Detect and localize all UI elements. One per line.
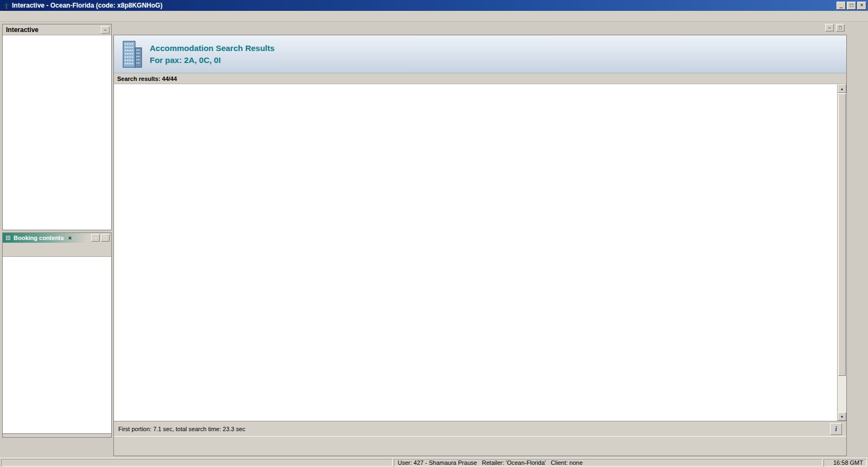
panel-collapse-button[interactable]: −	[101, 26, 110, 34]
results-subtitle: For pax: 2A, 0C, 0I	[150, 54, 841, 66]
results-grid-header	[114, 84, 837, 93]
booking-contents-restore-button[interactable]: □	[101, 234, 110, 242]
results-title: Accommodation Search Results	[150, 42, 841, 54]
scroll-down-icon[interactable]: ▼	[838, 412, 846, 421]
navigation-panel-header: Interactive −	[3, 24, 111, 35]
booking-contents-empty-area	[3, 257, 111, 433]
mdi-area: − □ Accommodation Search Results For pax…	[113, 22, 847, 458]
status-bar: User: 427 - Shamaura Prause Retailer: 'O…	[0, 458, 868, 467]
booking-contents-panel: Booking contents × − □	[2, 232, 112, 438]
results-titles: Accommodation Search Results For pax: 2A…	[150, 42, 841, 66]
mdi-restore-button[interactable]: □	[836, 24, 845, 31]
document-tabs	[113, 23, 825, 35]
mdi-window-buttons: − □	[824, 24, 845, 31]
status-left-section	[1, 459, 393, 466]
results-footer: First portion: 7.1 sec, total search tim…	[114, 421, 846, 436]
booking-contents-icon	[5, 235, 11, 241]
info-button[interactable]: i	[830, 423, 842, 435]
status-clock: 16:58 GMT	[824, 459, 867, 466]
results-count-bar: Search results: 44/44	[114, 73, 846, 84]
navigation-panel-title: Interactive	[6, 26, 100, 34]
document-filler	[114, 448, 846, 456]
scrollbar-track	[838, 376, 846, 412]
mdi-minimize-button[interactable]: −	[825, 24, 834, 31]
results-count-label: Search results: 44/44	[117, 75, 177, 82]
scrollbar-thumb[interactable]	[838, 93, 846, 376]
hotel-building-icon	[119, 40, 144, 69]
navigation-tree	[3, 35, 111, 230]
booking-contents-close-icon[interactable]: ×	[67, 235, 73, 241]
navigation-panel: Interactive −	[2, 24, 112, 230]
results-header: Accommodation Search Results For pax: 2A…	[114, 35, 846, 73]
status-user-section: User: 427 - Shamaura Prause Retailer: 'O…	[394, 459, 822, 466]
vertical-scrollbar[interactable]: ▲ ▼	[837, 84, 846, 421]
close-button[interactable]: ×	[857, 2, 866, 10]
window-title: Interactive - Ocean-Florida (code: x8p8K…	[12, 2, 835, 9]
menu-bar	[0, 11, 868, 22]
booking-contents-header[interactable]: Booking contents × − □	[3, 233, 111, 243]
title-bar[interactable]: Interactive - Ocean-Florida (code: x8p8K…	[0, 0, 868, 11]
booking-contents-toolbar	[3, 243, 111, 257]
booking-contents-minimize-button[interactable]: −	[91, 234, 100, 242]
booking-contents-totals	[3, 433, 111, 437]
app-icon	[2, 2, 10, 9]
search-results-document: Accommodation Search Results For pax: 2A…	[113, 35, 847, 456]
results-grid	[114, 84, 837, 421]
results-table-area: ▲ ▼	[114, 84, 846, 421]
booking-contents-title: Booking contents	[14, 235, 64, 241]
document-bottom-tabs	[114, 436, 846, 448]
scroll-up-icon[interactable]: ▲	[838, 84, 846, 93]
minimize-button[interactable]: _	[837, 2, 846, 10]
maximize-button[interactable]: □	[847, 2, 856, 10]
search-timing-label: First portion: 7.1 sec, total search tim…	[118, 426, 830, 432]
